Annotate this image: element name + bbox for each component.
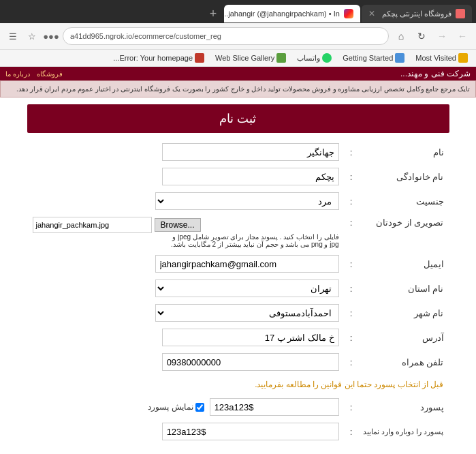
province-label: نام استان: [358, 276, 449, 301]
file-name-display: jahangir_pachkam.jpg: [33, 217, 152, 233]
tab-1-close[interactable]: ✕: [368, 9, 375, 18]
alert-banner: تایک مرجع جامع وکامل تخصص ارزیابی مشاوره…: [0, 80, 476, 97]
page-content: شرکت فنی و مهند... فروشگاه درباره ما تای…: [0, 67, 476, 454]
bookmark-error-icon: [195, 53, 204, 63]
menu-button[interactable]: ☰: [5, 29, 20, 44]
tab-bar: فروشگاه اینترنتی پچکم ✕ jahangir (@jahan…: [0, 0, 476, 23]
site-link-2[interactable]: درباره ما: [5, 70, 30, 78]
bookmark-getting-started-icon: [395, 53, 404, 63]
warning-text: قبل از انتخاب پسورد حتما این قوانین را م…: [33, 380, 444, 389]
password-row: پسورد : نمایش پسورد: [27, 395, 449, 419]
password-label: پسورد: [358, 395, 449, 419]
gender-label: جنسیت: [358, 189, 449, 213]
province-row: نام استان : تهران: [27, 276, 449, 301]
show-password-label: نمایش پسورد: [148, 402, 204, 412]
bookmark-error-label: Error: Your homepage...: [113, 54, 193, 62]
bookmark-web-slice[interactable]: Web Slice Gallery: [212, 52, 289, 64]
alert-text: تایک مرجع جامع وکامل تخصص ارزیابی مشاوره…: [16, 85, 470, 93]
bookmarks-bar: Most Visited Getting Started واتساب Web …: [0, 50, 476, 67]
tab-2-label: jahangir (@jahangirpachkam) • In...: [224, 10, 340, 18]
tab-1-label: فروشگاه اینترنتی پچکم: [382, 10, 451, 18]
photo-row: تصویری از خودتان : jahangir_pachkam.jpg …: [27, 213, 449, 252]
first-name-row: نام :: [27, 140, 449, 164]
browser-chrome: فروشگاه اینترنتی پچکم ✕ jahangir (@jahan…: [0, 0, 476, 67]
bookmark-web-slice-icon: [276, 53, 286, 63]
tab-2[interactable]: jahangir (@jahangirpachkam) • In... ✕: [224, 5, 360, 22]
site-link-1[interactable]: فروشگاه: [37, 70, 63, 78]
file-input-area: jahangir_pachkam.jpg Browse...: [33, 217, 339, 233]
nav-bar: ← → ↻ ⌂ a41dd965.ngrok.io/ecommerce/cust…: [0, 23, 476, 50]
email-input[interactable]: [155, 255, 339, 273]
bookmark-button[interactable]: ☆: [25, 29, 39, 44]
new-tab-button[interactable]: +: [204, 4, 223, 23]
address-row: آدرس :: [27, 325, 449, 350]
confirm-password-row: پسورد را دوباره وارد نمایید :: [27, 419, 449, 444]
email-row: ایمیل :: [27, 252, 449, 276]
forward-button[interactable]: →: [434, 28, 450, 44]
password-input-row: نمایش پسورد: [33, 398, 339, 416]
bookmark-most-visited-label: Most Visited: [415, 54, 456, 62]
first-name-input[interactable]: [162, 143, 339, 161]
tab-1-icon: [456, 9, 465, 18]
last-name-row: نام خانوادگی :: [27, 164, 449, 189]
browse-button[interactable]: Browse...: [155, 218, 201, 232]
registration-form-container: ثبت نام نام : نام خانوادگی : جنسیت: [20, 97, 456, 454]
address-input[interactable]: [162, 329, 339, 346]
confirm-password-label: پسورد را دوباره وارد نمایید: [358, 419, 449, 444]
address-text: a41dd965.ngrok.io/ecommerce/customer_reg: [70, 32, 221, 40]
extensions-button[interactable]: ●●●: [44, 29, 59, 44]
bookmark-whatsapp-label: واتساب: [297, 54, 320, 63]
bookmark-getting-started[interactable]: Getting Started: [340, 52, 407, 64]
phone-input[interactable]: [162, 353, 339, 371]
password-input[interactable]: [210, 398, 339, 416]
bookmark-most-visited-icon: [458, 53, 468, 63]
city-select[interactable]: احمدآبادمستوفی: [155, 304, 339, 322]
bookmark-web-slice-label: Web Slice Gallery: [215, 54, 274, 62]
address-bar[interactable]: a41dd965.ngrok.io/ecommerce/customer_reg: [63, 27, 389, 45]
first-name-label: نام: [358, 140, 449, 164]
reload-button[interactable]: ↻: [413, 28, 430, 44]
gender-select[interactable]: مرد زن: [155, 192, 339, 210]
site-header-logo: شرکت فنی و مهند...: [400, 69, 471, 78]
bookmark-error[interactable]: Error: Your homepage...: [110, 52, 207, 64]
site-header-links: فروشگاه درباره ما: [5, 70, 63, 78]
photo-label: تصویری از خودتان: [358, 213, 449, 252]
email-label: ایمیل: [358, 252, 449, 276]
file-hint: فایلی را انتخاب کنید . پسوند مجاز برای ت…: [33, 233, 339, 248]
gender-row: جنسیت : مرد زن: [27, 189, 449, 213]
tab-1[interactable]: فروشگاه اینترنتی پچکم ✕: [362, 5, 472, 22]
last-name-input[interactable]: [162, 168, 339, 185]
form-title: ثبت نام: [27, 104, 449, 133]
home-button[interactable]: ⌂: [393, 28, 409, 44]
province-select[interactable]: تهران: [155, 279, 339, 297]
form-footer: ایجاد نام کاربری: [27, 444, 449, 454]
show-password-checkbox[interactable]: [195, 403, 204, 412]
back-button[interactable]: ←: [454, 28, 471, 44]
city-label: نام شهر: [358, 301, 449, 325]
address-label: آدرس: [358, 325, 449, 350]
confirm-password-input[interactable]: [162, 423, 339, 440]
bookmark-getting-started-label: Getting Started: [343, 54, 393, 62]
phone-row: تلفن همراه :: [27, 350, 449, 374]
tab-2-icon: [344, 9, 353, 18]
form-table: نام : نام خانوادگی : جنسیت :: [27, 140, 449, 444]
warning-row: قبل از انتخاب پسورد حتما این قوانین را م…: [27, 374, 449, 395]
bookmark-whatsapp-icon: [322, 53, 332, 63]
phone-label: تلفن همراه: [358, 350, 449, 374]
last-name-label: نام خانوادگی: [358, 164, 449, 189]
site-header: شرکت فنی و مهند... فروشگاه درباره ما: [0, 67, 476, 80]
bookmark-most-visited[interactable]: Most Visited: [413, 52, 471, 64]
bookmark-whatsapp[interactable]: واتساب: [294, 52, 334, 64]
city-row: نام شهر : احمدآبادمستوفی: [27, 301, 449, 325]
